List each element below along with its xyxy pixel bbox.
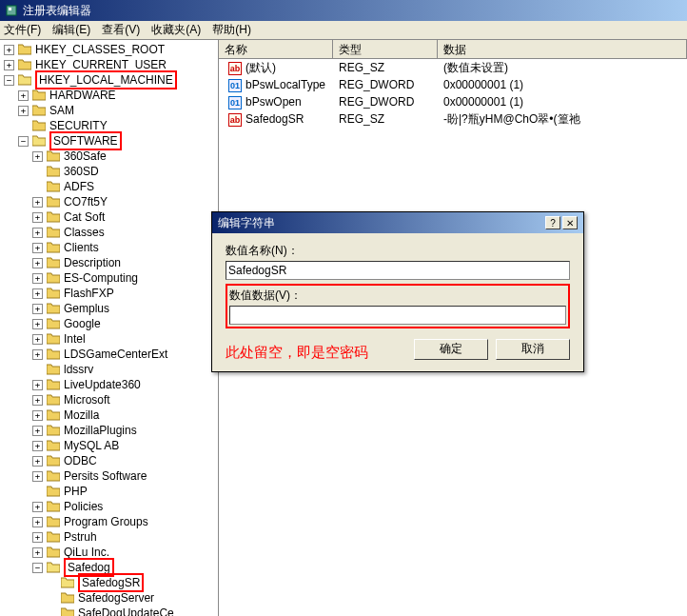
close-button[interactable]: ✕ xyxy=(562,216,578,229)
dialog-title-bar[interactable]: 编辑字符串 ? ✕ xyxy=(212,212,583,233)
tree-label[interactable]: HKEY_LOCAL_MACHINE xyxy=(35,70,177,89)
menu-favorites[interactable]: 收藏夹(A) xyxy=(151,22,201,38)
tree-item[interactable]: +ODBC xyxy=(0,453,218,468)
tree-label[interactable]: Google xyxy=(64,316,101,331)
expander-icon[interactable]: + xyxy=(32,243,43,253)
help-button[interactable]: ? xyxy=(545,216,560,229)
tree-label[interactable]: ES-Computing xyxy=(64,270,138,286)
tree-label[interactable]: Policies xyxy=(64,499,103,514)
expander-icon[interactable]: + xyxy=(32,502,43,512)
expander-icon[interactable]: + xyxy=(32,212,43,223)
expander-icon[interactable]: + xyxy=(18,90,29,101)
expander-icon[interactable]: + xyxy=(32,334,43,345)
tree-label[interactable]: SafedogSR xyxy=(78,573,144,592)
expander-icon[interactable]: + xyxy=(32,426,43,436)
tree-item[interactable]: +Classes xyxy=(0,225,218,240)
tree-label[interactable]: Cat Soft xyxy=(64,209,105,225)
expander-icon[interactable]: − xyxy=(4,75,14,86)
expander-icon[interactable]: + xyxy=(4,60,14,70)
tree-item[interactable]: +Cat Soft xyxy=(0,209,218,225)
list-row[interactable]: ab(默认) REG_SZ (数值未设置) xyxy=(219,59,687,76)
expander-icon[interactable]: + xyxy=(32,288,43,299)
expander-icon[interactable]: + xyxy=(32,547,43,558)
tree-item[interactable]: +CO7ft5Y xyxy=(0,194,218,209)
tree-pane[interactable]: +HKEY_CLASSES_ROOT+HKEY_CURRENT_USER−HKE… xyxy=(0,40,219,616)
tree-label[interactable]: Gemplus xyxy=(64,301,109,316)
cancel-button[interactable]: 取消 xyxy=(496,339,570,360)
tree-item[interactable]: +Google xyxy=(0,316,218,331)
tree-item[interactable]: SafeDogUpdateCe xyxy=(0,606,218,616)
list-row[interactable]: abSafedogSR REG_SZ -盼|?瓶yHM@ChO翠•(篁祂 xyxy=(219,110,687,128)
tree-item[interactable]: PHP xyxy=(0,484,218,499)
value-data-field[interactable] xyxy=(229,306,566,325)
tree-item[interactable]: +Program Groups xyxy=(0,514,218,529)
tree-item[interactable]: +LiveUpdate360 xyxy=(0,377,218,392)
col-header-data[interactable]: 数据 xyxy=(438,40,687,58)
menu-edit[interactable]: 编辑(E) xyxy=(52,22,90,38)
tree-label[interactable]: Intel xyxy=(64,331,86,347)
col-header-name[interactable]: 名称 xyxy=(219,40,333,58)
expander-icon[interactable]: + xyxy=(32,471,43,482)
tree-label[interactable]: SafedogServer xyxy=(78,590,154,606)
tree-label[interactable]: Description xyxy=(64,255,121,270)
expander-icon[interactable]: + xyxy=(32,517,43,527)
menu-file[interactable]: 文件(F) xyxy=(4,22,41,38)
tree-label[interactable]: PHP xyxy=(64,484,88,499)
tree-label[interactable]: Clients xyxy=(64,240,99,255)
tree-item[interactable]: +Mozilla xyxy=(0,407,218,423)
expander-icon[interactable]: + xyxy=(32,395,43,406)
tree-label[interactable]: ADFS xyxy=(64,179,94,194)
tree-label[interactable]: MozillaPlugins xyxy=(64,423,137,438)
expander-icon[interactable]: + xyxy=(32,258,43,268)
value-name-field[interactable] xyxy=(226,261,570,280)
expander-icon[interactable]: + xyxy=(18,106,29,116)
ok-button[interactable]: 确定 xyxy=(414,339,488,360)
tree-label[interactable]: 360SD xyxy=(64,164,99,179)
tree-label[interactable]: HKEY_CLASSES_ROOT xyxy=(35,42,165,57)
expander-icon[interactable]: + xyxy=(32,410,43,421)
expander-icon[interactable]: + xyxy=(32,273,43,284)
list-row[interactable]: 01bPswOpen REG_DWORD 0x00000001 (1) xyxy=(219,93,687,110)
tree-item[interactable]: +ES-Computing xyxy=(0,270,218,286)
tree-item[interactable]: −SOFTWARE xyxy=(0,133,218,149)
tree-item[interactable]: +Persits Software xyxy=(0,468,218,484)
expander-icon[interactable]: + xyxy=(32,197,43,208)
tree-item[interactable]: +Intel xyxy=(0,331,218,347)
list-row[interactable]: 01bPswLocalType REG_DWORD 0x00000001 (1) xyxy=(219,76,687,93)
expander-icon[interactable]: + xyxy=(32,441,43,451)
tree-label[interactable]: SOFTWARE xyxy=(49,131,122,150)
tree-label[interactable]: Microsoft xyxy=(64,392,110,407)
tree-label[interactable]: FlashFXP xyxy=(64,286,114,301)
tree-label[interactable]: SafeDogUpdateCe xyxy=(78,606,174,616)
expander-icon[interactable]: + xyxy=(32,151,43,162)
tree-item[interactable]: +Policies xyxy=(0,499,218,514)
tree-item[interactable]: ADFS xyxy=(0,179,218,194)
tree-item[interactable]: −HKEY_LOCAL_MACHINE xyxy=(0,72,218,88)
expander-icon[interactable]: + xyxy=(32,456,43,467)
tree-item[interactable]: SafedogSR xyxy=(0,575,218,590)
tree-item[interactable]: +Pstruh xyxy=(0,529,218,545)
expander-icon[interactable]: + xyxy=(4,45,14,55)
tree-item[interactable]: 360SD xyxy=(0,164,218,179)
tree-label[interactable]: LiveUpdate360 xyxy=(64,377,141,392)
expander-icon[interactable]: + xyxy=(32,349,43,360)
tree-label[interactable]: Program Groups xyxy=(64,514,148,529)
tree-label[interactable]: Pstruh xyxy=(64,529,97,545)
expander-icon[interactable]: − xyxy=(18,136,29,147)
tree-label[interactable]: CO7ft5Y xyxy=(64,194,108,209)
tree-label[interactable]: ODBC xyxy=(64,453,97,468)
tree-item[interactable]: +HKEY_CLASSES_ROOT xyxy=(0,42,218,57)
tree-label[interactable]: ldssrv xyxy=(64,362,93,377)
tree-item[interactable]: +FlashFXP xyxy=(0,286,218,301)
tree-item[interactable]: ldssrv xyxy=(0,362,218,377)
menu-view[interactable]: 查看(V) xyxy=(102,22,140,38)
tree-item[interactable]: +MySQL AB xyxy=(0,438,218,453)
tree-label[interactable]: LDSGameCenterExt xyxy=(64,347,167,362)
menu-help[interactable]: 帮助(H) xyxy=(212,22,251,38)
tree-item[interactable]: +HARDWARE xyxy=(0,88,218,103)
tree-item[interactable]: +MozillaPlugins xyxy=(0,423,218,438)
expander-icon[interactable]: + xyxy=(32,304,43,314)
tree-label[interactable]: SAM xyxy=(49,103,74,118)
tree-item[interactable]: +Microsoft xyxy=(0,392,218,407)
tree-item[interactable]: +SAM xyxy=(0,103,218,118)
